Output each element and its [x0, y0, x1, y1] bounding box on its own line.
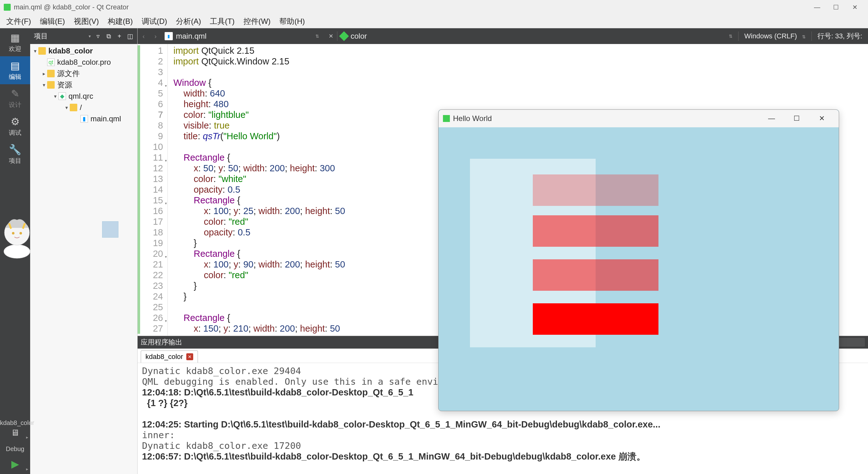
preview-max-button[interactable]: ☐: [784, 114, 809, 123]
monitor-icon: 🖥: [0, 428, 30, 437]
red-bar-1: [533, 215, 658, 247]
menu-item[interactable]: 控件(W): [239, 16, 275, 26]
menu-bar: 文件(F)编辑(E)视图(V)构建(B)调试(D)分析(A)工具(T)控件(W)…: [0, 14, 868, 28]
tree-pro-label: kdab8_color.pro: [57, 58, 111, 67]
mode-debug-label: 调试: [9, 129, 21, 136]
preview-title: Hello World: [453, 114, 492, 123]
preview-close-button[interactable]: ✕: [809, 114, 834, 123]
red-bar-3: [533, 303, 658, 335]
close-file-button[interactable]: ✕: [325, 33, 337, 39]
chevron-down-icon[interactable]: ▾: [89, 34, 91, 39]
tree-qrc-label: qml.qrc: [68, 92, 93, 100]
kit-selector-label: kdab8_color: [0, 419, 34, 426]
red-bar-0: [533, 174, 658, 206]
output-tab-label: kdab8_color: [146, 353, 183, 361]
cursor-position[interactable]: 行号: 33, 列号:: [812, 31, 868, 41]
menu-item[interactable]: 调试(D): [137, 16, 172, 26]
mode-projects[interactable]: 🔧 项目: [0, 140, 30, 168]
tree-root-label: kdab8_color: [49, 47, 93, 55]
add-icon[interactable]: +: [114, 33, 125, 40]
title-bar: main.qml @ kdab8_color - Qt Creator — ☐ …: [0, 0, 868, 14]
tree-src-folder[interactable]: ▸ 源文件: [30, 68, 137, 79]
svg-rect-5: [22, 223, 26, 229]
svg-point-2: [12, 232, 14, 235]
svg-rect-4: [8, 223, 12, 229]
app-icon: [443, 115, 450, 122]
encoding-combo[interactable]: Windows (CRLF) ⇅: [739, 32, 811, 40]
chevron-updown-icon: ⇅: [313, 34, 322, 39]
menu-item[interactable]: 编辑(E): [35, 16, 69, 26]
preview-titlebar[interactable]: Hello World — ☐ ✕: [439, 110, 839, 127]
tree-res-folder[interactable]: ▾ 资源: [30, 79, 137, 91]
tree-slash-label: /: [80, 103, 82, 112]
split-icon[interactable]: ◫: [125, 32, 135, 40]
mode-welcome-label: 欢迎: [9, 45, 21, 52]
red-bar-2: [533, 259, 658, 291]
symbol-combo[interactable]: color ⇅: [337, 28, 738, 44]
filter-icon[interactable]: ▿: [93, 32, 103, 40]
tree-slash-folder[interactable]: ▾ /: [30, 102, 137, 113]
nav-forward[interactable]: ›: [150, 33, 161, 40]
tree-root[interactable]: ▾ kdab8_color: [30, 45, 137, 57]
code-content[interactable]: import QtQuick 2.15import QtQuick.Window…: [168, 44, 345, 336]
preview-min-button[interactable]: —: [759, 114, 784, 123]
chevron-updown-icon: ⇅: [726, 34, 735, 39]
bug-icon: ⚙: [0, 117, 30, 127]
close-tab-icon[interactable]: ✕: [186, 353, 193, 360]
menu-item[interactable]: 分析(A): [172, 16, 206, 26]
open-file-label: main.qml: [176, 32, 207, 40]
build-config-label: Debug: [0, 442, 30, 456]
project-panel: 项目 ▾ ▿ ⧉ + ◫ ▾ kdab8_color qt kdab8_colo…: [30, 28, 137, 474]
output-title: 应用程序输出: [141, 337, 182, 347]
output-tab[interactable]: kdab8_color ✕: [141, 351, 198, 363]
tree-res-label: 资源: [57, 80, 72, 90]
diamond-icon: [339, 31, 349, 41]
play-icon: ▶: [0, 459, 30, 469]
qtcreator-icon: [4, 4, 11, 11]
svg-point-3: [20, 232, 22, 235]
mode-design[interactable]: ✎ 设计: [0, 84, 30, 112]
kit-selector[interactable]: kdab8_color 🖥 ▸: [0, 416, 30, 442]
edit-icon: ▤: [0, 61, 30, 71]
preview-window[interactable]: Hello World — ☐ ✕: [438, 109, 839, 411]
svg-point-1: [4, 220, 30, 245]
qml-file-icon: ▮: [165, 32, 173, 40]
tree-src-label: 源文件: [57, 68, 80, 79]
mode-projects-label: 项目: [9, 157, 21, 164]
menu-item[interactable]: 帮助(H): [275, 16, 309, 26]
menu-item[interactable]: 视图(V): [69, 16, 103, 26]
svg-point-0: [4, 244, 30, 258]
close-button[interactable]: ✕: [845, 3, 864, 11]
preview-canvas: [439, 127, 839, 411]
mode-edit-label: 编辑: [9, 73, 21, 80]
link-icon[interactable]: ⧉: [103, 33, 114, 40]
tree-mainqml-label: main.qml: [91, 114, 121, 123]
mode-welcome[interactable]: ▦ 欢迎: [0, 28, 30, 56]
minimize-button[interactable]: —: [808, 4, 827, 11]
window-title: main.qml @ kdab8_color - Qt Creator: [14, 3, 129, 11]
project-panel-title: 项目: [34, 31, 89, 41]
project-panel-header: 项目 ▾ ▿ ⧉ + ◫: [30, 28, 137, 44]
editor-toolbar: ‹ › ▮ main.qml ⇅ ✕ color ⇅ Windows (CRLF…: [137, 28, 868, 44]
menu-item[interactable]: 工具(T): [206, 16, 239, 26]
wrench-icon: 🔧: [0, 145, 30, 155]
line-number-gutter: 1234▾567891011▾12131415▾1617181920▾21222…: [137, 44, 168, 336]
pencil-icon: ✎: [0, 89, 30, 99]
run-button[interactable]: ▶: [0, 456, 30, 474]
nav-back[interactable]: ‹: [137, 33, 150, 40]
grid-icon: ▦: [0, 33, 30, 43]
mode-debug[interactable]: ⚙ 调试 ▸: [0, 112, 30, 140]
mode-design-label: 设计: [9, 101, 21, 108]
tree-qrc-file[interactable]: ▾◆ qml.qrc: [30, 91, 137, 102]
mode-edit[interactable]: ▤ 编辑: [0, 56, 30, 84]
tree-pro-file[interactable]: qt kdab8_color.pro: [30, 57, 137, 68]
project-tree[interactable]: ▾ kdab8_color qt kdab8_color.pro ▸ 源文件 ▾…: [30, 44, 137, 474]
mode-bar: ▦ 欢迎 ▤ 编辑 ✎ 设计 ⚙ 调试 ▸ 🔧 项目 kdab8_color 🖥…: [0, 28, 30, 474]
open-file-combo[interactable]: ▮ main.qml ⇅: [161, 28, 325, 44]
maximize-button[interactable]: ☐: [827, 3, 845, 11]
tree-mainqml-file[interactable]: ▮ main.qml: [30, 113, 137, 124]
menu-item[interactable]: 构建(B): [103, 16, 137, 26]
symbol-label: color: [350, 32, 367, 40]
menu-item[interactable]: 文件(F): [2, 16, 35, 26]
